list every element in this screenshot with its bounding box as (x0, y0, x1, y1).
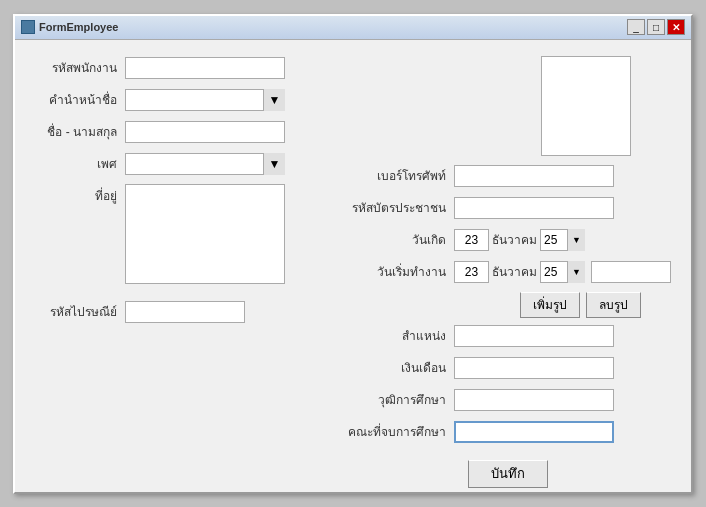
address-textarea[interactable] (125, 184, 285, 284)
salary-row: เงินเดือน (344, 356, 671, 380)
fullname-label: ชื่อ - นามสกุล (35, 122, 125, 141)
photo-box (541, 56, 631, 156)
idcard-input[interactable] (454, 197, 614, 219)
photo-buttons-row: เพิ่มรูป ลบรูป (344, 292, 641, 318)
birthdate-label: วันเกิด (344, 230, 454, 249)
address-label: ที่อยู่ (35, 186, 125, 205)
gender-row: เพศ ชาย หญิง ▼ (35, 152, 314, 176)
position-label: สำแหน่ง (344, 326, 454, 345)
field-of-study-input[interactable] (454, 421, 614, 443)
save-button[interactable]: บันทึก (468, 460, 548, 488)
save-button-row: บันทึก (344, 460, 671, 488)
close-button[interactable]: ✕ (667, 19, 685, 35)
field-of-study-row: คณะที่จบการศึกษา (344, 420, 671, 444)
gender-label: เพศ (35, 154, 125, 173)
startdate-month-text: ธันวาคม (492, 262, 537, 281)
idcard-label: รหัสบัตรประชาชน (344, 198, 454, 217)
prefix-row: คำนำหน้าชื่อ นาย นาง นางสาว ▼ (35, 88, 314, 112)
title-bar-left: FormEmployee (21, 20, 118, 34)
title-bar-buttons: _ □ ✕ (627, 19, 685, 35)
field-of-study-label: คณะที่จบการศึกษา (344, 422, 454, 441)
idcard-row: รหัสบัตรประชาชน (344, 196, 671, 220)
zip-row: รหัสไปรษณีย์ (35, 300, 314, 324)
startdate-date-row: ธันวาคม 25 ▼ (454, 261, 585, 283)
position-input[interactable] (454, 325, 614, 347)
phone-input[interactable] (454, 165, 614, 187)
prefix-label: คำนำหน้าชื่อ (35, 90, 125, 109)
fullname-row: ชื่อ - นามสกุล (35, 120, 314, 144)
birthdate-row: วันเกิด ธันวาคม 25 ▼ (344, 228, 671, 252)
gender-select-wrap: ชาย หญิง ▼ (125, 153, 285, 175)
form-body: รหัสพนักงาน คำนำหน้าชื่อ นาย นาง นางสาว … (15, 40, 691, 492)
zip-label: รหัสไปรษณีย์ (35, 302, 125, 321)
left-column: รหัสพนักงาน คำนำหน้าชื่อ นาย นาง นางสาว … (35, 56, 334, 488)
education-input[interactable] (454, 389, 614, 411)
employee-id-input[interactable] (125, 57, 285, 79)
birthdate-date-row: ธันวาคม 25 ▼ (454, 229, 585, 251)
birthdate-year-select[interactable]: 25 (540, 229, 585, 251)
startdate-year-select[interactable]: 25 (540, 261, 585, 283)
window-title: FormEmployee (39, 21, 118, 33)
prefix-select-wrap: นาย นาง นางสาว ▼ (125, 89, 285, 111)
fullname-input[interactable] (125, 121, 285, 143)
zip-input[interactable] (125, 301, 245, 323)
gender-select[interactable]: ชาย หญิง (125, 153, 285, 175)
birthdate-year-wrap: 25 ▼ (540, 229, 585, 251)
birthdate-month-text: ธันวาคม (492, 230, 537, 249)
startdate-label: วันเริ่มทำงาน (344, 262, 454, 281)
startdate-extra-input[interactable] (591, 261, 671, 283)
startdate-row: วันเริ่มทำงาน ธันวาคม 25 ▼ (344, 260, 671, 284)
window-icon (21, 20, 35, 34)
add-photo-button[interactable]: เพิ่มรูป (520, 292, 580, 318)
main-window: FormEmployee _ □ ✕ รหัสพนักงาน คำนำหน้าช… (13, 14, 693, 494)
address-row: ที่อยู่ (35, 184, 314, 284)
phone-label: เบอร์โทรศัพท์ (344, 166, 454, 185)
education-row: วุฒิการศึกษา (344, 388, 671, 412)
maximize-button[interactable]: □ (647, 19, 665, 35)
position-row: สำแหน่ง (344, 324, 671, 348)
prefix-select[interactable]: นาย นาง นางสาว (125, 89, 285, 111)
employee-id-label: รหัสพนักงาน (35, 58, 125, 77)
form-grid: รหัสพนักงาน คำนำหน้าชื่อ นาย นาง นางสาว … (35, 56, 671, 488)
employee-id-row: รหัสพนักงาน (35, 56, 314, 80)
birthdate-day-input[interactable] (454, 229, 489, 251)
startdate-year-wrap: 25 ▼ (540, 261, 585, 283)
salary-input[interactable] (454, 357, 614, 379)
salary-label: เงินเดือน (344, 358, 454, 377)
title-bar: FormEmployee _ □ ✕ (15, 16, 691, 40)
phone-row: เบอร์โทรศัพท์ (344, 164, 671, 188)
remove-photo-button[interactable]: ลบรูป (586, 292, 641, 318)
right-column: เบอร์โทรศัพท์ รหัสบัตรประชาชน วันเกิด ธั… (334, 56, 671, 488)
education-label: วุฒิการศึกษา (344, 390, 454, 409)
minimize-button[interactable]: _ (627, 19, 645, 35)
startdate-day-input[interactable] (454, 261, 489, 283)
